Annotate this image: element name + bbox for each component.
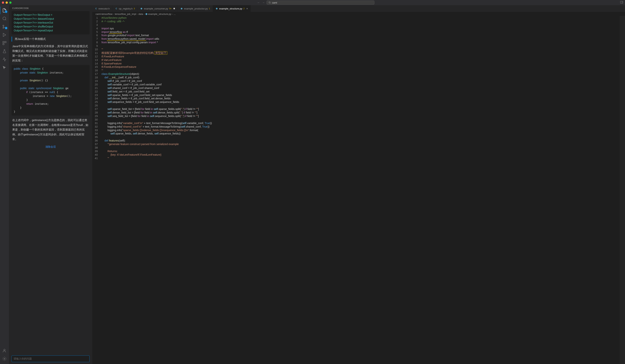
search-icon	[2, 16, 7, 21]
activity-bar: 1 6	[0, 5, 9, 364]
svg-rect-9	[5, 41, 6, 43]
line-gutter: 1234567891011121314151617181920212223242…	[92, 16, 101, 364]
tab-label: example_productor.py	[184, 7, 208, 10]
traffic-lights	[2, 1, 11, 4]
tab-badge: 1	[209, 7, 210, 10]
scm-badge: 6	[5, 27, 7, 29]
svg-point-11	[4, 349, 5, 351]
code-content[interactable]: #!/usr/bin/env python# -*- coding: utf8 …	[101, 16, 620, 364]
tab-example_consumer.py[interactable]: ⬢example_consumer.py9+	[138, 5, 178, 12]
layout-panel-icon[interactable]	[620, 1, 623, 4]
activity-explorer[interactable]: 1	[0, 7, 9, 14]
minimap[interactable]	[620, 16, 625, 364]
tab-label: op_registry.h	[119, 7, 132, 10]
code-snippet-1: Output<Tensor<?>> filesOutput = Output<T…	[11, 11, 90, 34]
activity-cursor[interactable]	[0, 64, 9, 71]
user-message: 用Java实现一个单例模式	[11, 37, 90, 42]
file-icon: ⬢	[140, 7, 143, 10]
tab-op_registry.h[interactable]: Cop_registry.h3	[112, 5, 138, 12]
breadcrumb-item[interactable]: example_structure.py	[148, 13, 171, 15]
sidebar-panel: CURSORCODE Output<Tensor<?>> filesOutput…	[9, 5, 92, 364]
file-icon: C	[115, 7, 118, 10]
file-icon: ⬢	[216, 7, 218, 10]
close-window[interactable]	[2, 1, 4, 4]
gear-icon	[2, 357, 7, 361]
clear-chat-link[interactable]: 清除会话	[11, 144, 90, 150]
flask-icon	[2, 49, 7, 54]
editor-area: Cexecutor.hCop_registry.h3⬢example_consu…	[92, 5, 625, 364]
close-icon[interactable]: ×	[246, 7, 248, 10]
play-icon	[2, 33, 7, 37]
tab-example_structure.py[interactable]: ⬢example_structure.py2×	[213, 5, 250, 12]
minimize-window[interactable]	[5, 1, 8, 4]
breadcrumb-item[interactable]: caml-tensorflow	[95, 13, 112, 15]
svg-point-3	[3, 17, 6, 20]
nav-forward-icon[interactable]: →	[262, 1, 265, 4]
svg-rect-10	[3, 43, 4, 45]
command-search[interactable]: caml	[267, 0, 375, 5]
breadcrumb-item[interactable]: ...	[174, 13, 176, 15]
activity-settings[interactable]	[0, 355, 9, 363]
svg-point-12	[4, 358, 5, 359]
svg-marker-7	[3, 33, 6, 37]
breadcrumb[interactable]: caml-tensorflow › tensorflow_job_impl › …	[92, 12, 625, 16]
svg-point-0	[269, 2, 271, 3]
tab-executor.h[interactable]: Cexecutor.h	[92, 5, 112, 12]
tab-example_productor.py[interactable]: ⬢example_productor.py1	[178, 5, 213, 12]
search-icon	[269, 1, 271, 4]
cursor-icon	[2, 65, 7, 70]
nav-back-icon[interactable]: ←	[257, 1, 260, 4]
pulse-icon	[2, 57, 7, 62]
tab-label: example_consumer.py	[144, 7, 168, 10]
breadcrumb-item[interactable]: tensorflow_job_impl	[115, 13, 136, 15]
activity-scm[interactable]: 6	[0, 23, 9, 30]
explorer-badge: 1	[5, 10, 7, 13]
tab-badge: 2	[243, 7, 245, 10]
activity-debug[interactable]	[0, 31, 9, 39]
svg-point-6	[3, 27, 4, 28]
tab-badge: 9+	[169, 7, 172, 10]
activity-search[interactable]	[0, 15, 9, 22]
tab-label: executor.h	[98, 7, 110, 10]
chat-panel: Output<Tensor<?>> filesOutput = Output<T…	[9, 11, 92, 355]
modified-icon	[173, 8, 175, 9]
editor-tabs: Cexecutor.hCop_registry.h3⬢example_consu…	[92, 5, 625, 12]
activity-extensions[interactable]	[0, 39, 9, 47]
activity-monitor[interactable]	[0, 56, 9, 63]
svg-point-4	[3, 25, 4, 26]
maximize-window[interactable]	[9, 1, 11, 4]
tab-label: example_structure.py	[219, 7, 242, 10]
assistant-reply-2: 在上述代码中，getInstance()方法是静态的，因此可以通过类名直接调用。…	[11, 118, 90, 141]
code-snippet-2: public class Singleton { private static …	[11, 65, 90, 115]
search-text: caml	[272, 1, 277, 4]
activity-account[interactable]	[0, 347, 9, 354]
assistant-reply-1: Java中实现单例模式的方式有很多，其中比较常用的是饿汉式和懒汉式。饿汉式在类加…	[11, 44, 90, 63]
sidebar-title: CURSORCODE	[9, 5, 92, 11]
activity-test[interactable]	[0, 48, 9, 55]
tab-badge: 3	[134, 7, 135, 10]
user-icon	[2, 348, 7, 353]
extensions-icon	[2, 41, 7, 45]
svg-rect-8	[3, 41, 4, 43]
file-icon: C	[95, 7, 97, 10]
breadcrumb-item[interactable]: data	[138, 13, 143, 15]
file-icon: ⬢	[180, 7, 183, 10]
svg-rect-1	[620, 1, 623, 3]
chat-input[interactable]: 请输入你的问题	[11, 356, 90, 362]
titlebar: ← → caml	[0, 0, 625, 5]
